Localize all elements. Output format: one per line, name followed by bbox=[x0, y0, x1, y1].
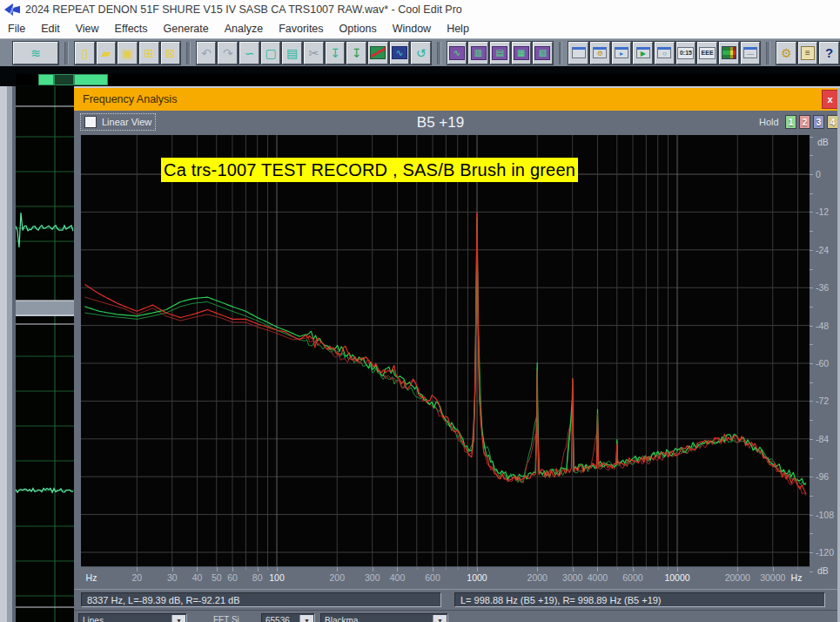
redo-button[interactable]: ↷ bbox=[218, 42, 238, 64]
frequency-readout: L= 998.88 Hz (B5 +19), R= 998.89 Hz (B5 … bbox=[454, 592, 825, 607]
hold-button-1[interactable]: 1 bbox=[785, 115, 796, 129]
view-style-select[interactable]: Lines▼ bbox=[78, 613, 187, 622]
toolbar-separator bbox=[437, 42, 441, 64]
y-tick-label: -60 bbox=[816, 358, 829, 368]
settings-button[interactable]: ⚙ bbox=[776, 42, 796, 64]
fft-size-select[interactable]: 65536▼ bbox=[261, 613, 315, 622]
grid-view-button[interactable]: ▦ bbox=[512, 42, 532, 64]
close-button[interactable]: x bbox=[822, 90, 838, 109]
y-tick bbox=[810, 155, 813, 156]
save-button[interactable]: ▣ bbox=[118, 42, 138, 64]
dropdown-arrow-icon[interactable]: ▼ bbox=[433, 615, 447, 622]
hold-controls: Hold 1234 bbox=[759, 115, 840, 131]
app-titlebar: 2024 REPEAT DENON 51F SHURE V15 IV SASB … bbox=[0, 0, 840, 19]
window-gear-icon: ⚙ bbox=[593, 47, 607, 58]
paste-to-new-button[interactable]: ↧ bbox=[346, 42, 366, 64]
mix-paste-button[interactable] bbox=[368, 42, 388, 64]
show-session-button[interactable]: EEE bbox=[697, 42, 717, 64]
open-folder-icon: ▰ bbox=[102, 47, 111, 59]
menu-item-edit[interactable]: Edit bbox=[33, 21, 68, 37]
show-play-list-button[interactable]: ▸ bbox=[612, 42, 632, 64]
menu-item-window[interactable]: Window bbox=[385, 21, 439, 37]
scripts-button[interactable]: ≡ bbox=[798, 42, 818, 64]
cue-view-button[interactable]: ▤ bbox=[490, 42, 510, 64]
level-meters-icon bbox=[722, 46, 736, 59]
dropdown-arrow-icon[interactable]: ▼ bbox=[171, 615, 185, 622]
hold-button-3[interactable]: 3 bbox=[813, 115, 824, 129]
show-transport-button[interactable]: ▶ bbox=[633, 42, 653, 64]
convert-sample-type-button[interactable]: ∿ bbox=[390, 42, 410, 64]
show-status-bar-button[interactable]: — bbox=[741, 42, 761, 64]
show-cue-list-button[interactable]: ⚙ bbox=[590, 42, 610, 64]
overview-selection-segment[interactable] bbox=[54, 74, 74, 85]
hold-button-4[interactable]: 4 bbox=[827, 115, 838, 129]
x-tick bbox=[446, 567, 447, 570]
x-tick bbox=[797, 567, 798, 570]
copy-button[interactable]: ▤ bbox=[282, 42, 302, 64]
x-tick bbox=[597, 567, 598, 571]
spectral-view-button[interactable]: ∿ bbox=[447, 42, 467, 64]
overview-selection-segment[interactable] bbox=[74, 74, 108, 85]
loop-arrow-icon: ↺ bbox=[416, 47, 427, 59]
magnifier-icon: ○ bbox=[657, 47, 671, 58]
save-all-button[interactable]: ⊠ bbox=[161, 42, 181, 64]
menu-item-analyze[interactable]: Analyze bbox=[217, 21, 271, 37]
show-time-button[interactable]: 0:15 bbox=[676, 42, 696, 64]
waveform-view-button[interactable]: ▥ bbox=[468, 42, 488, 64]
multitrack-view-button[interactable]: ≋ bbox=[13, 42, 58, 64]
undo-arrow-icon: ↶ bbox=[201, 47, 212, 59]
dropdown-arrow-icon[interactable]: ▼ bbox=[299, 615, 313, 622]
menu-item-help[interactable]: Help bbox=[439, 21, 477, 37]
overview-bar[interactable] bbox=[16, 74, 840, 85]
x-tick bbox=[677, 567, 678, 571]
menu-item-file[interactable]: File bbox=[0, 21, 33, 37]
y-tick bbox=[810, 287, 813, 288]
x-tick bbox=[477, 567, 478, 571]
waveform-display[interactable] bbox=[16, 86, 74, 622]
waveform-editor-strip bbox=[0, 86, 74, 622]
show-organizer-button[interactable] bbox=[568, 42, 588, 64]
menu-item-view[interactable]: View bbox=[68, 21, 107, 37]
fft-size-label: FFT Si bbox=[213, 615, 239, 622]
menu-item-effects[interactable]: Effects bbox=[107, 21, 156, 37]
analysis-controls-row: Lines▼FFT Si65536▼Blackma▼ bbox=[74, 610, 840, 622]
menu-item-generate[interactable]: Generate bbox=[156, 21, 217, 37]
overview-band bbox=[0, 66, 840, 86]
floppy-disk-icon: ▣ bbox=[122, 47, 133, 59]
session-icon: EEE bbox=[699, 47, 716, 59]
select-view-button[interactable]: ▢ bbox=[261, 42, 281, 64]
save-as-button[interactable]: ⊞ bbox=[139, 42, 159, 64]
frequency-analysis-title: Frequency Analysis bbox=[83, 93, 177, 105]
open-file-button[interactable]: ▰ bbox=[97, 42, 117, 64]
y-tick bbox=[810, 212, 813, 213]
x-tick bbox=[217, 567, 218, 571]
x-tick bbox=[197, 567, 198, 571]
y-tick-label: 0 bbox=[816, 169, 821, 179]
window-icon bbox=[572, 47, 586, 58]
cut-button[interactable]: ✂ bbox=[304, 42, 324, 64]
menu-item-options[interactable]: Options bbox=[332, 21, 385, 37]
fft-window-select[interactable]: Blackma▼ bbox=[320, 613, 448, 622]
show-levels-button[interactable] bbox=[719, 42, 739, 64]
show-zoom-button[interactable]: ○ bbox=[655, 42, 675, 64]
new-file-button[interactable]: ▯ bbox=[75, 42, 95, 64]
range-view-button[interactable]: ▧ bbox=[533, 42, 553, 64]
script-scroll-icon: ≡ bbox=[801, 46, 815, 60]
loop-button[interactable]: ↺ bbox=[411, 42, 431, 64]
trim-button[interactable]: ∽ bbox=[239, 42, 259, 64]
y-axis-unit-top: dB bbox=[817, 137, 829, 147]
undo-button[interactable]: ↶ bbox=[197, 42, 217, 64]
y-tick bbox=[810, 420, 813, 421]
hold-button-2[interactable]: 2 bbox=[799, 115, 810, 129]
frequency-analysis-titlebar[interactable]: Frequency Analysis x bbox=[74, 88, 837, 111]
redo-arrow-icon: ↷ bbox=[223, 47, 233, 59]
x-tick bbox=[458, 567, 459, 570]
menu-item-favorites[interactable]: Favorites bbox=[271, 21, 331, 37]
paste-button[interactable]: ↧ bbox=[326, 42, 346, 64]
y-tick bbox=[810, 401, 813, 402]
spectral-icon: ∿ bbox=[449, 46, 465, 60]
spectrum-plot[interactable]: Ca trs-1007 TEST RECORD , SAS/B Brush in… bbox=[81, 135, 810, 566]
overview-selection-segment[interactable] bbox=[38, 74, 54, 85]
gear-icon: ⚙ bbox=[781, 47, 792, 59]
help-button[interactable]: ? bbox=[819, 42, 839, 64]
